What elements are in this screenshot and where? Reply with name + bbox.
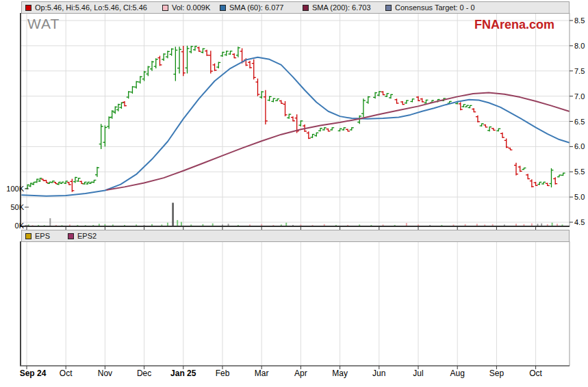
svg-text:50K: 50K: [10, 203, 24, 211]
svg-text:7.0: 7.0: [574, 92, 585, 101]
legend-label-sma200: SMA (200): 6.703: [312, 3, 371, 12]
svg-text:5.0: 5.0: [574, 193, 585, 201]
stock-chart-page: 8.58.07.57.06.56.05.55.04.5100K50K0KSep …: [0, 0, 588, 387]
price-axis-labels: 8.58.07.57.06.56.05.55.04.5: [574, 16, 585, 226]
price-legend-bar: Op:5.46, Hi:5.46, Lo:5.46, Cl:5.46 Vol: …: [21, 1, 570, 14]
svg-text:6.0: 6.0: [574, 142, 585, 150]
legend-label-volume: Vol: 0.009K: [172, 3, 210, 12]
ticker-watermark: WAT: [27, 16, 60, 32]
svg-text:5.5: 5.5: [574, 168, 585, 176]
svg-text:Mar: Mar: [255, 369, 269, 378]
svg-text:100K: 100K: [6, 185, 24, 193]
legend-label-eps2: EPS2: [77, 232, 97, 240]
svg-text:Apr: Apr: [294, 369, 307, 378]
site-watermark: FNArena.com: [471, 18, 554, 32]
svg-text:Oct: Oct: [529, 369, 542, 378]
month-axis-labels: Sep 24OctNovDecJan 25FebMarAprMayJunJulA…: [20, 369, 543, 378]
legend-item-eps2: EPS2: [68, 232, 97, 240]
svg-text:Sep 24: Sep 24: [20, 369, 47, 378]
legend-item-eps: EPS: [25, 232, 68, 240]
svg-text:8.0: 8.0: [574, 42, 585, 50]
sma200-swatch-icon: [303, 5, 309, 11]
legend-label-sma60: SMA (60): 6.077: [229, 3, 284, 12]
eps2-swatch-icon: [68, 233, 74, 239]
legend-label-ohlc: Op:5.46, Hi:5.46, Lo:5.46, Cl:5.46: [35, 3, 147, 12]
price-volume-chart: 8.58.07.57.06.56.05.55.04.5100K50K0KSep …: [0, 0, 588, 387]
legend-item-sma60: SMA (60): 6.077: [220, 3, 303, 12]
svg-text:7.5: 7.5: [574, 67, 585, 75]
svg-text:0K: 0K: [15, 222, 25, 230]
svg-text:Jun: Jun: [372, 369, 385, 378]
volume-axis-labels: 100K50K0K: [6, 185, 24, 230]
axis-frames: [20, 13, 570, 366]
price-candles: [25, 46, 565, 192]
legend-label-consensus-target: Consensus Target: 0 - 0: [395, 3, 475, 12]
svg-text:Jan 25: Jan 25: [170, 369, 196, 378]
legend-item-ohlc: Op:5.46, Hi:5.46, Lo:5.46, Cl:5.46: [25, 3, 162, 12]
svg-text:4.5: 4.5: [574, 218, 585, 226]
legend-label-eps: EPS: [35, 232, 50, 240]
svg-text:8.5: 8.5: [574, 16, 585, 25]
svg-text:Aug: Aug: [450, 369, 465, 378]
eps-legend-bar: EPS EPS2: [21, 230, 570, 242]
consensus-target-swatch-icon: [385, 5, 392, 11]
svg-text:Jul: Jul: [413, 369, 423, 378]
svg-text:Oct: Oct: [60, 369, 73, 378]
svg-text:May: May: [332, 369, 348, 378]
svg-text:Nov: Nov: [98, 369, 112, 378]
svg-text:6.5: 6.5: [574, 118, 585, 126]
svg-text:Feb: Feb: [216, 369, 230, 378]
legend-item-volume: Vol: 0.009K: [162, 3, 220, 12]
eps-swatch-icon: [25, 233, 31, 239]
volume-swatch-icon: [162, 5, 168, 11]
axis-ticks: [25, 21, 573, 369]
ohlc-swatch-icon: [25, 5, 31, 11]
legend-item-sma200: SMA (200): 6.703: [303, 3, 385, 12]
gridlines: [21, 13, 570, 366]
svg-text:Sep: Sep: [489, 369, 504, 378]
sma60-line: [22, 57, 569, 196]
legend-item-consensus-target: Consensus Target: 0 - 0: [385, 3, 475, 12]
sma60-swatch-icon: [220, 5, 226, 11]
svg-text:Dec: Dec: [137, 369, 151, 378]
